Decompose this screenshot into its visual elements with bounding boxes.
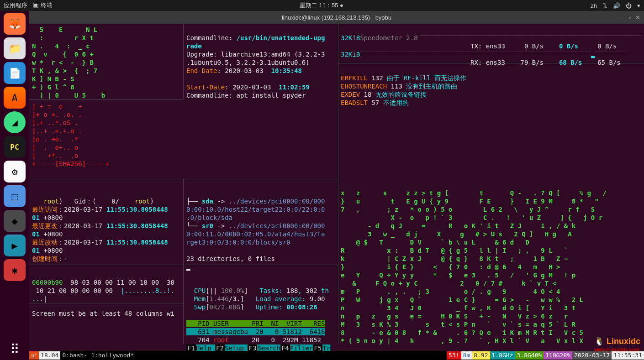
software-icon[interactable]: A	[4, 87, 26, 109]
htop-pane: CPU[|| 100.0%] Tasks: 188, 302 th Mem[1.…	[186, 278, 338, 352]
sha256-art-pane: | + = o + |+ o +. .o. . |.+ ..*.oS . |..…	[32, 102, 181, 168]
clock[interactable]: 星期二 11：55 ●	[53, 1, 591, 10]
byobu-statusbar[interactable]: u° 18.04 0:bash- 1:hollywood* 53! 8m 8.9…	[29, 351, 644, 360]
network-icon[interactable]: ⇅	[602, 2, 607, 9]
status-warn: 53!	[447, 351, 461, 360]
narrow-pane: Screen must be at least 48 columns wi	[32, 309, 181, 318]
stat-pane: root) Gid：( 0/ root) 最近访问：2020-03-17 11:…	[32, 189, 181, 263]
matrix-pane-right: x z s z z > t g [ t Q - . ? Q [ % g / } …	[341, 189, 642, 345]
power-icon[interactable]: ⏻	[626, 2, 632, 9]
pycharm-icon[interactable]: PC	[4, 136, 26, 158]
system-topbar: 应用程序 ▣ 终端 星期二 11：55 ● zh ⇅ 🔊 ⏻ ▾	[0, 0, 644, 11]
status-ghz: 1.8GHz	[490, 351, 515, 360]
speedometer-pane: 32KiBSpeedometer 2.8‾‾‾‾‾‾‾‾‾‾‾‾‾‾‾‾‾‾‾‾…	[341, 26, 642, 67]
apps-menu[interactable]: 应用程序	[4, 1, 27, 10]
input-method[interactable]: zh	[591, 2, 597, 9]
terminal-content[interactable]: 5 E N L : r X t N . 4 : _ c Q v { 0 6 + …	[29, 24, 644, 360]
status-load: 8.92	[472, 351, 490, 360]
app-icon[interactable]: ▶	[4, 235, 26, 256]
hexdump-pane: 00000b90 98 03 00 00 11 00 18 00 38 10 2…	[32, 270, 181, 303]
matrix-pane-left: 5 E N L : r X t N . 4 : _ c Q v { 0 6 + …	[32, 26, 181, 99]
tree-pane: ├── sda -> ../devices/pci0000:00/000 0:0…	[186, 189, 336, 271]
volume-icon[interactable]: 🔊	[613, 2, 620, 9]
screenshot-icon[interactable]: ⬚	[4, 185, 26, 207]
status-window-1[interactable]: 1:hollywood*	[89, 351, 136, 360]
window-titlebar: linuxidc@linux (192.168.213.135) - byobu…	[29, 11, 644, 24]
maximize-button[interactable]: ▫	[628, 14, 631, 21]
status-window-0[interactable]: 0:bash-	[60, 351, 89, 360]
status-disk: 118G28%	[544, 351, 572, 360]
terminal-menu[interactable]: ▣ 终端	[33, 1, 53, 10]
status-logo: u°	[29, 351, 39, 360]
status-cpu: 3.8G40%	[515, 351, 544, 360]
close-button[interactable]: ✕	[635, 14, 640, 21]
htop-row-selected[interactable]: 631 messagebu 20 0 51812 6416	[186, 328, 325, 335]
launcher: 🦊 📁 📄 A ◢ PC ⚙ ⬚ ◆ ▶ ✱ >_ ⠿	[0, 11, 29, 360]
cockpit-icon[interactable]: ✱	[4, 259, 26, 281]
apt-log-pane: Commandline: /usr/bin/unattended-upg rad…	[186, 26, 336, 99]
minimize-button[interactable]: —	[618, 14, 624, 21]
files-icon[interactable]: 📁	[4, 37, 26, 59]
errno-pane: ERFKILL 132 由于 RF-kill 而无法操作 EHOSTUNREAC…	[341, 66, 642, 107]
show-apps-icon[interactable]: ⠿	[4, 338, 26, 360]
menu-icon[interactable]: ▾	[637, 2, 640, 9]
android-studio-icon[interactable]: ◢	[4, 111, 26, 133]
settings-icon[interactable]: ⚙	[4, 161, 26, 183]
status-mem: 8m	[461, 351, 472, 360]
watermark: 🐧 Linuxidc www.Linuxidc.com	[594, 337, 640, 354]
htop-header: PID USER PRI NI VIRT RES	[186, 320, 325, 327]
window-title: linuxidc@linux (192.168.213.135) - byobu	[282, 14, 391, 21]
writer-icon[interactable]: 📄	[4, 62, 26, 84]
status-distro: 18.04	[39, 351, 60, 360]
firefox-icon[interactable]: 🦊	[4, 13, 26, 35]
app-icon[interactable]: ◆	[4, 210, 26, 232]
